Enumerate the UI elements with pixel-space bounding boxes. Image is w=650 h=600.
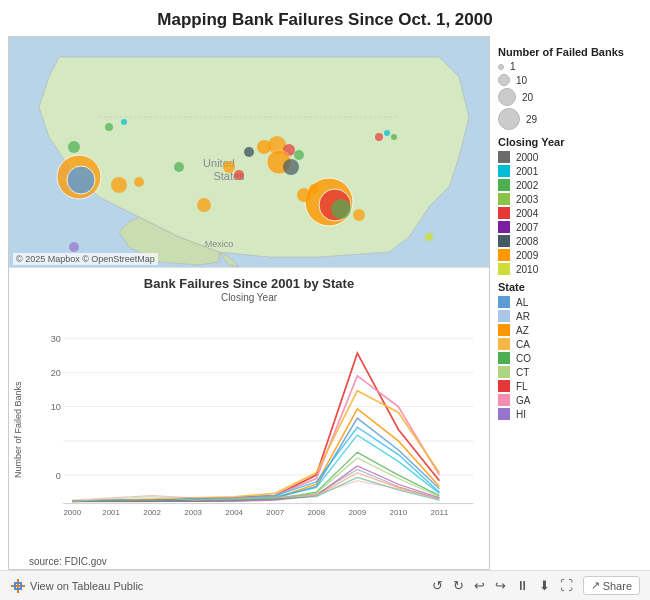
svg-point-31 <box>121 119 127 125</box>
svg-text:2004: 2004 <box>225 508 243 517</box>
download-button[interactable]: ⬇ <box>539 578 550 593</box>
color-2007 <box>498 221 510 233</box>
tableau-logo-icon <box>10 578 26 594</box>
color-CT <box>498 366 510 378</box>
back-button[interactable]: ↩ <box>474 578 485 593</box>
svg-point-22 <box>294 150 304 160</box>
state-label-CT: CT <box>516 367 529 378</box>
color-2010 <box>498 263 510 275</box>
color-2002 <box>498 179 510 191</box>
svg-rect-62 <box>20 582 22 590</box>
legend-year-2010: 2010 <box>498 263 642 275</box>
color-CO <box>498 352 510 364</box>
legend-state-GA: GA <box>498 394 642 406</box>
share-button[interactable]: ↗ Share <box>583 576 640 595</box>
svg-point-13 <box>197 198 211 212</box>
failed-banks-legend-title: Number of Failed Banks <box>498 46 642 58</box>
svg-text:30: 30 <box>51 334 61 344</box>
year-label-2003: 2003 <box>516 194 538 205</box>
legend-size-10: 10 <box>498 74 642 86</box>
state-label-FL: FL <box>516 381 528 392</box>
legend-state-CT: CT <box>498 366 642 378</box>
legend-state-FL: FL <box>498 380 642 392</box>
svg-text:20: 20 <box>51 368 61 378</box>
state-label-GA: GA <box>516 395 530 406</box>
legend-year-2000: 2000 <box>498 151 642 163</box>
year-label-2010: 2010 <box>516 264 538 275</box>
size-label-20: 20 <box>522 92 533 103</box>
legend-year-2001: 2001 <box>498 165 642 177</box>
size-circle-1 <box>498 64 504 70</box>
svg-text:2007: 2007 <box>266 508 284 517</box>
svg-text:2000: 2000 <box>63 508 81 517</box>
svg-point-12 <box>134 177 144 187</box>
legend-year-2004: 2004 <box>498 207 642 219</box>
svg-point-29 <box>69 242 79 252</box>
year-label-2000: 2000 <box>516 152 538 163</box>
size-circle-10 <box>498 74 510 86</box>
legend-year-2008: 2008 <box>498 235 642 247</box>
content-area: United States Mexico <box>0 36 650 570</box>
color-AL <box>498 296 510 308</box>
svg-point-11 <box>111 177 127 193</box>
share-label: Share <box>603 580 632 592</box>
legend-size-1: 1 <box>498 61 642 72</box>
legend-state-CA: CA <box>498 338 642 350</box>
state-legend-title: State <box>498 281 642 293</box>
svg-text:2003: 2003 <box>184 508 202 517</box>
svg-text:2009: 2009 <box>348 508 366 517</box>
source-label: source: FDIC.gov <box>9 554 489 569</box>
undo-button[interactable]: ↺ <box>432 578 443 593</box>
map-area: United States Mexico <box>9 37 489 267</box>
color-HI <box>498 408 510 420</box>
color-FL <box>498 380 510 392</box>
svg-point-28 <box>174 162 184 172</box>
svg-point-25 <box>375 133 383 141</box>
svg-point-17 <box>353 209 365 221</box>
legend-state-HI: HI <box>498 408 642 420</box>
color-AR <box>498 310 510 322</box>
year-label-2004: 2004 <box>516 208 538 219</box>
map-attribution: © 2025 Mapbox © OpenStreetMap <box>13 253 158 265</box>
svg-point-9 <box>67 166 95 194</box>
forward-button[interactable]: ↪ <box>495 578 506 593</box>
page-title: Mapping Bank Failures Since Oct. 1, 2000 <box>0 0 650 36</box>
redo-button[interactable]: ↻ <box>453 578 464 593</box>
y-axis-label: Number of Failed Banks <box>13 305 27 554</box>
svg-point-35 <box>297 188 311 202</box>
color-CA <box>498 338 510 350</box>
color-2003 <box>498 193 510 205</box>
svg-point-18 <box>244 147 254 157</box>
year-label-2007: 2007 <box>516 222 538 233</box>
svg-text:0: 0 <box>56 471 61 481</box>
color-2000 <box>498 151 510 163</box>
chart-title: Bank Failures Since 2001 by State <box>9 272 489 291</box>
tableau-link[interactable]: View on Tableau Public <box>10 578 424 594</box>
right-legend: Number of Failed Banks 1 10 20 29 Closin… <box>490 36 650 570</box>
svg-text:2011: 2011 <box>431 508 449 517</box>
svg-point-16 <box>331 199 351 219</box>
footer-controls: ↺ ↻ ↩ ↪ ⏸ ⬇ ⛶ ↗ Share <box>432 576 640 595</box>
svg-text:2002: 2002 <box>143 508 161 517</box>
svg-text:Mexico: Mexico <box>205 239 234 249</box>
chart-section: Bank Failures Since 2001 by State Closin… <box>9 267 489 569</box>
legend-size-20: 20 <box>498 88 642 106</box>
size-circle-20 <box>498 88 516 106</box>
svg-point-10 <box>68 141 80 153</box>
fullscreen-button[interactable]: ⛶ <box>560 578 573 593</box>
tableau-link-label[interactable]: View on Tableau Public <box>30 580 143 592</box>
svg-text:2008: 2008 <box>307 508 325 517</box>
pause-button[interactable]: ⏸ <box>516 578 529 593</box>
color-2008 <box>498 235 510 247</box>
size-circle-29 <box>498 108 520 130</box>
year-label-2008: 2008 <box>516 236 538 247</box>
footer-bar: View on Tableau Public ↺ ↻ ↩ ↪ ⏸ ⬇ ⛶ ↗ S… <box>0 570 650 600</box>
size-label-29: 29 <box>526 114 537 125</box>
svg-point-33 <box>234 170 244 180</box>
svg-point-24 <box>283 159 299 175</box>
chart-container: Number of Failed Banks 30 <box>9 303 489 554</box>
svg-point-30 <box>105 123 113 131</box>
state-label-CA: CA <box>516 339 530 350</box>
size-label-10: 10 <box>516 75 527 86</box>
main-container: Mapping Bank Failures Since Oct. 1, 2000 <box>0 0 650 600</box>
